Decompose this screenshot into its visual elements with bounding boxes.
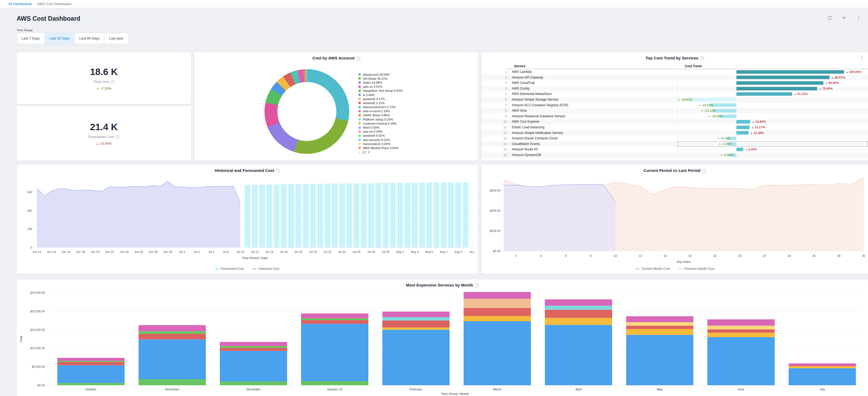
x-tick-label: Jul 20	[309, 250, 317, 253]
stack-segment	[626, 322, 693, 326]
info-icon[interactable]: i	[475, 283, 479, 287]
stack-segment	[301, 320, 368, 324]
down-triangle-icon: ▼	[717, 137, 720, 140]
donut-legend-item[interactable]: AWS Market Place 0.00%	[359, 146, 403, 150]
info-icon[interactable]: i	[116, 135, 120, 139]
donut-legend-item[interactable]: aws-cs 9.51%	[359, 85, 403, 89]
donut-legend-item[interactable]: Integration Test Setup 5.52%	[359, 89, 403, 93]
donut-legend-item[interactable]: ø 3.44%	[359, 93, 403, 97]
legend-item[interactable]: Forecasted Cost	[215, 267, 244, 271]
donut-legend-item[interactable]: awstest5 3.11%	[359, 101, 403, 105]
total-cost-card: 18.6 K Total Costi ▼-7.13%	[17, 53, 191, 104]
x-tick-label: Aug 5	[425, 250, 433, 253]
forecast-bar	[339, 183, 345, 247]
x-tick-label: Jun 18	[76, 250, 85, 253]
breadcrumb-all-dashboards[interactable]: All Dashboards	[8, 2, 32, 6]
table-row[interactable]: 6Amazon Simple Storage Service▼-43.81%	[482, 97, 868, 102]
card-more-options-icon[interactable]	[860, 55, 864, 60]
stack-segment	[220, 342, 287, 346]
donut-legend-item[interactable]: SAAS Setup 0.86%	[359, 113, 403, 117]
x-tick-label: December	[246, 388, 260, 391]
table-row[interactable]: 16Amazon DynamoDB▼-5.89%	[482, 152, 868, 158]
table-row[interactable]: 5AWS Elemental MediaStore▲51.72%	[482, 91, 868, 97]
time-range-button-last-30-days[interactable]: Last 30 Days	[45, 33, 75, 44]
donut-legend-item[interactable]: Platform Setup 0.25%	[359, 117, 403, 121]
legend-item[interactable]: Previous Month Cost	[678, 267, 714, 271]
table-row[interactable]: 13Amazon Elastic Compute Cloud▼-8.73%	[482, 135, 868, 141]
donut-legend-item[interactable]: Rishi 0.09%	[359, 125, 403, 129]
donut-legend-label: QA Setup 26.21%	[363, 77, 388, 80]
stack-segment	[57, 358, 125, 361]
legend-marker	[252, 269, 256, 269]
info-icon[interactable]: i	[700, 57, 704, 61]
donut-legend-item[interactable]: aws-security 0.01%	[359, 138, 403, 142]
table-row[interactable]: 11Elastic Load Balancing▲12.17%	[482, 125, 868, 130]
legend-dot	[359, 90, 361, 92]
trend-value: ▼-43.81%	[678, 97, 692, 103]
table-row[interactable]: 9Amazon Relational Database Service▼-15.…	[482, 114, 868, 119]
monthly-services-chart[interactable]: $0.00$5,000.00$10,000.00$15,000.00$20,00…	[17, 279, 868, 396]
table-row[interactable]: 15Amazon Route 53▲6.25%	[482, 147, 868, 152]
table-row[interactable]: 3AWS CloudTrail▲80.83%	[482, 80, 868, 86]
period-comparison-chart[interactable]: $0.00$200.00$400.00$600.0024681012141618…	[482, 165, 868, 274]
stack-segment	[138, 331, 206, 334]
donut-legend-item[interactable]: awstest3 3.17%	[359, 97, 403, 101]
info-icon[interactable]: i	[702, 169, 706, 173]
info-icon[interactable]: i	[110, 80, 114, 84]
x-tick-label: 24	[787, 254, 791, 257]
service-name: AWS Elemental MediaStore	[509, 91, 678, 97]
trend-value: ▼-15.55%	[708, 114, 723, 119]
table-row[interactable]: 7Amazon EC2 Container Registry (ECR)▼-24…	[482, 102, 868, 108]
row-number: 2	[482, 75, 509, 81]
historical-forecasted-chart[interactable]: 0200400600Jun 12Jun 14Jun 16Jun 18Jun 20…	[17, 165, 478, 274]
forecast-bar	[296, 184, 301, 247]
donut-legend-item[interactable]: awstest4 0.01%	[359, 134, 403, 138]
donut-legend-item[interactable]: harnesstest1 0.00%	[359, 142, 403, 146]
legend-label: Previous Month Cost	[684, 267, 714, 271]
table-row[interactable]: 10AWS Cost Explorer▲12.83%	[482, 119, 868, 125]
donut-legend-item[interactable]: aws-ce-prod 2.19%	[359, 109, 403, 113]
donut-legend-item[interactable]: customer-training 0.19%	[359, 121, 403, 125]
time-range-button-last-year[interactable]: Last year	[104, 33, 128, 44]
x-tick-label: Jun 20	[90, 250, 99, 253]
y-tick-label: $5,000.00	[32, 365, 45, 368]
cost-by-account-title: Cost by AWS Accounti	[195, 56, 478, 61]
table-row[interactable]: 1AWS Lambda▲100.00%	[482, 69, 868, 75]
cost-by-account-donut[interactable]	[265, 69, 349, 154]
x-tick-label: Jun 16	[61, 250, 70, 253]
table-row[interactable]: 4AWS Config▲75.00%	[482, 86, 868, 91]
table-row[interactable]: 12Amazon Simple Notification Service▲11.…	[482, 130, 868, 136]
stack-segment	[626, 326, 693, 329]
donut-legend-item[interactable]: aws-ce 0.04%	[359, 130, 403, 134]
info-icon[interactable]: i	[276, 169, 280, 173]
table-row[interactable]: 14CloudWatch Events▼-7.39%	[482, 141, 868, 147]
donut-legend-item[interactable]: playground 28.59%	[359, 72, 403, 77]
dashboard-toolbar	[827, 16, 861, 21]
cost-trend-cell: ▲51.72%	[678, 91, 868, 97]
donut-legend-item[interactable]: HarnessDroneCI 2.72%	[359, 105, 403, 109]
period-chart-legend: Current Month CostPrevious Month Cost	[482, 267, 868, 271]
trend-value: ▼-5.89%	[720, 152, 733, 158]
legend-page-up-icon[interactable]: ▲	[359, 151, 361, 154]
stack-segment	[382, 317, 450, 321]
forecast-bar	[463, 182, 468, 247]
donut-legend-item[interactable]: QA Setup 26.21%	[359, 77, 403, 81]
refresh-icon[interactable]	[827, 16, 832, 21]
filter-icon[interactable]	[842, 16, 846, 21]
stack-segment	[707, 319, 775, 326]
legend-item[interactable]: Current Month Cost	[635, 267, 670, 271]
more-options-icon[interactable]	[856, 16, 861, 21]
donut-legend-item[interactable]: Sales 14.08%	[359, 81, 403, 85]
x-tick-label: Aug 1	[396, 250, 404, 253]
table-row[interactable]: 8AWS Glue▼-22.12%	[482, 108, 868, 114]
legend-item[interactable]: Historical Cost	[252, 267, 279, 271]
legend-page-down-icon[interactable]: ▼	[367, 151, 370, 154]
info-icon[interactable]: i	[356, 57, 360, 61]
monthly-services-card: Most Expensive Services by Monthi $0.00$…	[17, 279, 868, 396]
stack-segment	[220, 382, 287, 385]
row-number: 6	[482, 97, 509, 102]
time-range-button-last-90-days[interactable]: Last 90 Days	[75, 33, 105, 44]
x-tick-label: 12	[639, 254, 642, 257]
time-range-button-last-7-days[interactable]: Last 7 Days	[17, 33, 45, 44]
table-row[interactable]: 2Amazon API Gateway▲86.57%	[482, 75, 868, 81]
